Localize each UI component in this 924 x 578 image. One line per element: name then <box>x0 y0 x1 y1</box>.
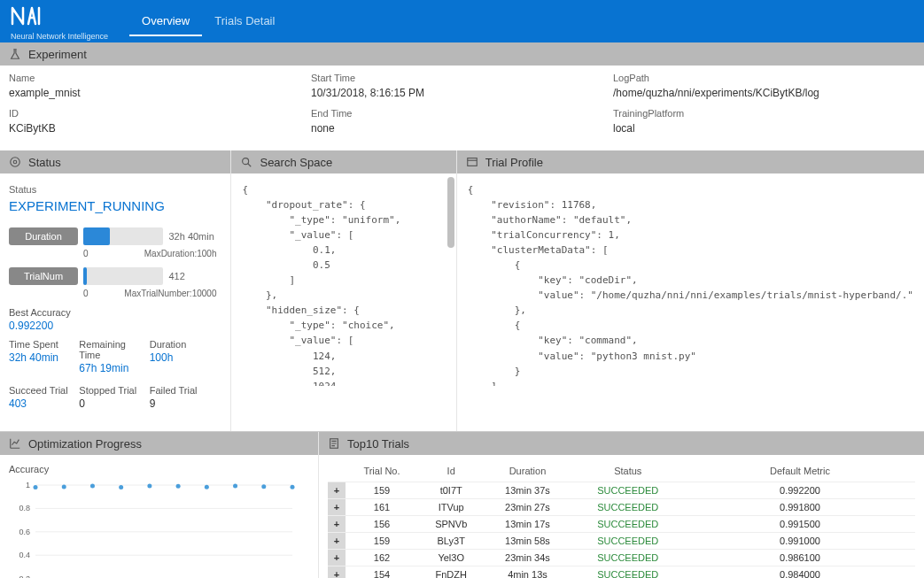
expand-row-button[interactable]: + <box>328 516 346 533</box>
svg-point-28 <box>205 485 209 489</box>
search-space-scrollbar[interactable] <box>447 177 454 248</box>
logpath-value: /home/quzha/nni/experiments/KCiBytKB/log <box>613 87 915 99</box>
duration-bar-value: 32h 40min <box>168 231 221 242</box>
table-row: +159t0I7T13min 37sSUCCEEDED0.992200 <box>328 482 915 499</box>
col-status: Status <box>571 460 685 482</box>
trialnum-min: 0 <box>83 289 89 298</box>
end-time-label: End Time <box>311 108 613 119</box>
experiment-title: Experiment <box>28 48 87 61</box>
main-tabs: Overview Trials Detail <box>129 7 287 36</box>
svg-point-34 <box>291 485 295 489</box>
app-header: Neural Network Intelligence Overview Tri… <box>0 0 924 42</box>
status-label: Status <box>9 184 221 195</box>
cell-metric: 0.991000 <box>685 533 915 550</box>
brand-text: Neural Network Intelligence <box>11 32 108 41</box>
top10-section-header: Top10 Trials <box>319 432 924 455</box>
top10-table: Trial No. Id Duration Status Default Met… <box>328 460 915 578</box>
cell-metric: 0.984000 <box>685 566 915 579</box>
cell-status: SUCCEEDED <box>571 516 685 533</box>
trial-profile-title: Trial Profile <box>485 156 543 169</box>
trial-profile-content: { "revision": 11768, "authorName": "defa… <box>457 173 924 386</box>
cell-duration: 23min 27s <box>484 499 571 516</box>
trialnum-bar <box>83 267 163 285</box>
trial-profile-section-header: Trial Profile <box>457 150 924 173</box>
platform-label: TrainingPlatform <box>613 108 915 119</box>
svg-point-30 <box>233 484 237 489</box>
svg-point-32 <box>261 484 266 489</box>
cell-trialno: 159 <box>346 533 418 550</box>
nni-logo-icon <box>11 3 50 27</box>
stopped-value: 0 <box>79 397 149 410</box>
status-section-header: Status <box>0 150 230 173</box>
cell-trialno: 162 <box>346 550 418 566</box>
experiment-section-header: Experiment <box>0 42 924 66</box>
col-metric: Default Metric <box>685 460 915 482</box>
tab-trials-detail[interactable]: Trials Detail <box>202 7 287 36</box>
trialnum-bar-value: 412 <box>168 271 221 281</box>
cell-duration: 13min 17s <box>484 516 571 533</box>
opt-progress-section-header: Optimization Progress <box>0 432 318 455</box>
cell-metric: 0.991500 <box>685 516 915 533</box>
col-trialno: Trial No. <box>346 460 418 482</box>
search-space-content: { "dropout_rate": { "_type": "uniform", … <box>231 173 455 386</box>
cell-trialno: 156 <box>346 516 418 533</box>
cell-metric: 0.992200 <box>685 482 915 499</box>
cell-duration: 23min 34s <box>484 550 571 566</box>
expand-row-button[interactable]: + <box>328 533 346 550</box>
remaining-label: Remaining Time <box>79 339 149 360</box>
cell-metric: 0.991800 <box>685 499 915 516</box>
expand-row-button[interactable]: + <box>328 499 346 516</box>
svg-point-22 <box>119 485 123 489</box>
status-icon <box>9 156 21 168</box>
cell-id: ITVup <box>418 499 485 516</box>
table-row: +161ITVup23min 27sSUCCEEDED0.991800 <box>328 499 915 516</box>
duration-min: 0 <box>83 249 89 258</box>
end-time-value: none <box>311 122 613 135</box>
cell-id: SPNVb <box>418 516 485 533</box>
list-icon <box>328 437 340 450</box>
profile-icon <box>466 156 478 168</box>
cell-duration: 4min 13s <box>484 566 571 579</box>
cell-id: BLy3T <box>418 533 485 550</box>
search-icon <box>240 156 252 168</box>
name-value: example_mnist <box>9 87 311 99</box>
dur2-label: Duration <box>150 339 220 350</box>
failed-label: Failed Trial <box>150 385 220 396</box>
remaining-value: 67h 19min <box>79 362 149 374</box>
svg-text:1: 1 <box>26 481 30 489</box>
trialnum-max: MaxTrialNumber:10000 <box>124 289 216 298</box>
cell-id: t0I7T <box>418 482 485 499</box>
top10-title: Top10 Trials <box>347 437 409 451</box>
duration-bar <box>83 227 163 245</box>
svg-rect-3 <box>467 158 477 166</box>
id-value: KCiBytKB <box>9 122 311 135</box>
time-spent-label: Time Spent <box>9 339 79 350</box>
cell-trialno: 154 <box>346 566 418 579</box>
expand-row-button[interactable]: + <box>328 482 346 499</box>
cell-status: SUCCEEDED <box>571 499 685 516</box>
opt-chart: 00.20.40.60.8115215415615715915916016116… <box>9 480 301 578</box>
table-row: +159BLy3T13min 58sSUCCEEDED0.991000 <box>328 533 915 550</box>
succeed-label: Succeed Trial <box>9 385 79 396</box>
cell-duration: 13min 37s <box>484 482 571 499</box>
expand-row-button[interactable]: + <box>328 566 346 579</box>
start-time-value: 10/31/2018, 8:16:15 PM <box>311 87 613 99</box>
dur2-value: 100h <box>150 351 220 364</box>
cell-status: SUCCEEDED <box>571 566 685 579</box>
trialnum-bar-fill <box>83 267 87 285</box>
svg-point-2 <box>243 158 249 165</box>
status-value: EXPERIMENT_RUNNING <box>9 198 221 213</box>
tab-overview[interactable]: Overview <box>129 7 202 36</box>
best-acc-label: Best Accuracy <box>9 307 221 318</box>
brand-logo: Neural Network Intelligence <box>11 3 108 41</box>
status-title: Status <box>28 156 61 169</box>
expand-row-button[interactable]: + <box>328 550 346 566</box>
cell-duration: 13min 58s <box>484 533 571 550</box>
name-label: Name <box>9 73 311 83</box>
table-row: +154FnDZH4min 13sSUCCEEDED0.984000 <box>328 566 915 579</box>
best-acc-value: 0.992200 <box>9 320 221 332</box>
table-row: +162Yel3O23min 34sSUCCEEDED0.986100 <box>328 550 915 566</box>
cell-status: SUCCEEDED <box>571 550 685 566</box>
cell-trialno: 159 <box>346 482 418 499</box>
svg-text:0.8: 0.8 <box>19 504 30 512</box>
